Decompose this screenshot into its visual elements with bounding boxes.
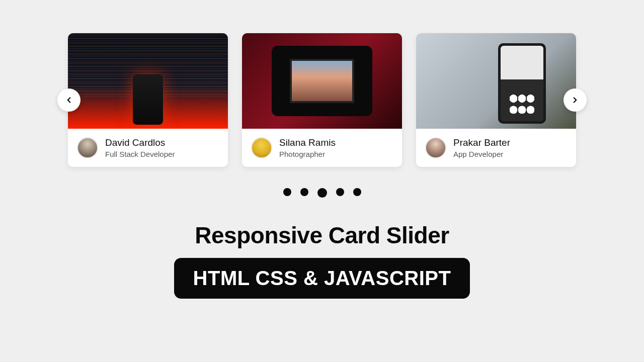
chevron-left-icon [64,96,73,105]
slider-card[interactable]: Silana Ramis Photographer [242,33,402,167]
page-title: Responsive Card Slider [195,222,449,249]
avatar [251,137,272,158]
pagination-dot[interactable] [317,188,327,198]
user-info: Prakar Barter App Developer [453,137,510,159]
pagination-dots [283,188,361,198]
pagination-dot[interactable] [300,188,308,196]
card-footer: Prakar Barter App Developer [416,129,576,167]
card-footer: Silana Ramis Photographer [242,129,402,167]
user-role: Photographer [279,149,336,159]
user-info: Silana Ramis Photographer [279,137,336,159]
card-slider: David Cardlos Full Stack Developer Silan… [68,33,576,167]
slider-card[interactable]: Prakar Barter App Developer [416,33,576,167]
subtitle-badge: HTML CSS & JAVASCRIPT [174,258,470,299]
avatar [425,137,446,158]
user-role: App Developer [453,149,510,159]
user-name: Prakar Barter [453,137,510,149]
avatar [77,137,98,158]
user-name: Silana Ramis [279,137,336,149]
user-info: David Cardlos Full Stack Developer [105,137,175,159]
card-image [242,33,402,129]
user-role: Full Stack Developer [105,149,175,159]
slider-card[interactable]: David Cardlos Full Stack Developer [68,33,228,167]
chevron-right-icon [571,96,580,105]
pagination-dot[interactable] [336,188,344,196]
pagination-dot[interactable] [283,188,291,196]
main-container: David Cardlos Full Stack Developer Silan… [0,0,644,362]
card-image [68,33,228,129]
card-footer: David Cardlos Full Stack Developer [68,129,228,167]
pagination-dot[interactable] [353,188,361,196]
next-button[interactable] [564,88,587,112]
user-name: David Cardlos [105,137,175,149]
card-image [416,33,576,129]
card-track[interactable]: David Cardlos Full Stack Developer Silan… [68,33,576,167]
prev-button[interactable] [57,88,80,112]
